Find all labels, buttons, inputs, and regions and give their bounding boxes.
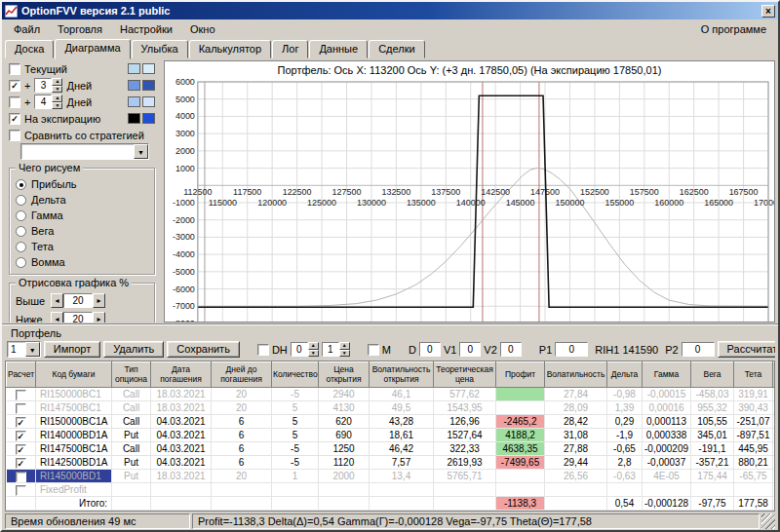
row-close-cell[interactable] (773, 456, 776, 470)
row-calc-checkbox[interactable] (16, 403, 26, 414)
menu-window[interactable]: Окно (181, 21, 224, 37)
column-header[interactable]: Цена открытия (319, 362, 370, 388)
plus4-days-stepper[interactable] (34, 95, 62, 109)
draw-option[interactable]: Гамма (16, 208, 150, 223)
row-close-cell[interactable] (773, 470, 776, 483)
dh-checkbox[interactable] (257, 344, 269, 356)
menu-trading[interactable]: Торговля (49, 21, 111, 37)
tab-data[interactable]: Данные (309, 40, 368, 58)
plus4-checkbox[interactable] (9, 96, 20, 108)
strategy-combo[interactable] (20, 143, 149, 160)
menu-file[interactable]: Файл (5, 21, 49, 37)
column-header[interactable]: X (773, 362, 776, 388)
row-close-cell[interactable] (773, 497, 776, 511)
table-row[interactable]: RI150000BC1Call18.03.202120-5294046,1577… (7, 388, 776, 401)
v1-input[interactable] (459, 342, 481, 357)
spinner-arrows-icon[interactable] (339, 342, 350, 357)
row-select-cell[interactable] (7, 470, 36, 483)
color-swatch[interactable] (128, 63, 140, 74)
decrease-button[interactable] (51, 293, 63, 308)
chevron-down-icon[interactable] (134, 144, 148, 159)
row-select-cell[interactable] (7, 388, 36, 401)
row-close-cell[interactable] (773, 415, 776, 429)
range-below-stepper[interactable] (51, 312, 105, 323)
delete-button[interactable]: Удалить (103, 341, 164, 358)
range-above-stepper[interactable] (51, 293, 105, 308)
menu-settings[interactable]: Настройки (111, 21, 181, 37)
tab-log[interactable]: Лог (272, 40, 308, 58)
close-button[interactable] (761, 5, 775, 18)
column-header[interactable]: Дельта (607, 362, 643, 388)
plus3-days-stepper[interactable] (34, 78, 62, 93)
column-header[interactable]: Расчет (7, 362, 36, 388)
color-swatch[interactable] (128, 96, 140, 107)
tab-calculator[interactable]: Калькулятор (189, 40, 271, 58)
current-checkbox[interactable] (9, 63, 20, 75)
column-header[interactable]: Код бумаги (36, 362, 112, 388)
portfolio-number-combo[interactable]: 1 (7, 341, 41, 358)
portfolio-chart[interactable]: -8000-7000-6000-5000-4000-3000-2000-1000… (165, 78, 774, 323)
table-row[interactable]: RI147500BC1ACall04.03.20216-5125046,4232… (7, 442, 776, 456)
row-close-cell[interactable] (773, 442, 776, 456)
expiration-checkbox[interactable] (9, 113, 20, 125)
tab-diagram[interactable]: Диаграмма (55, 39, 130, 59)
radio-icon[interactable] (16, 210, 26, 221)
color-swatch[interactable] (142, 63, 155, 74)
row-close-cell[interactable] (773, 483, 776, 497)
row-close-cell[interactable] (773, 401, 776, 415)
radio-icon[interactable] (16, 242, 26, 252)
row-select-cell[interactable] (7, 415, 36, 429)
draw-option[interactable]: Вомма (16, 254, 150, 270)
p2-input[interactable] (682, 342, 715, 357)
row-select-cell[interactable] (7, 497, 36, 511)
radio-icon[interactable] (16, 195, 26, 206)
color-swatch[interactable] (128, 113, 140, 124)
color-swatch[interactable] (142, 113, 155, 124)
row-close-cell[interactable] (773, 429, 776, 442)
resize-grip[interactable] (761, 513, 775, 529)
spinner-arrows-icon[interactable] (308, 342, 319, 357)
color-swatch[interactable] (142, 80, 155, 91)
table-row[interactable]: RI147500BC1Call18.03.2021205413049,51543… (7, 401, 776, 415)
draw-option[interactable]: Дельта (16, 192, 150, 208)
increase-button[interactable] (93, 293, 105, 308)
table-row[interactable]: RI150000BC1ACall04.03.20216562043,28126,… (7, 415, 776, 429)
calculate-button[interactable]: Рассчитать (718, 341, 775, 358)
plus3-days-input[interactable] (34, 78, 52, 93)
column-header[interactable]: Тип опциона (112, 362, 151, 388)
d-input[interactable] (419, 342, 441, 357)
row-select-cell[interactable] (7, 456, 36, 470)
title-bar[interactable]: OptionFVV версия 2.1 public (2, 2, 778, 19)
column-header[interactable]: Дней до погашения (212, 362, 272, 388)
dh-stepper-1[interactable] (291, 342, 319, 357)
row-close-cell[interactable] (773, 388, 776, 401)
dh-spin1-input[interactable] (291, 342, 308, 357)
menu-about[interactable]: О программе (692, 21, 775, 37)
plus3-checkbox[interactable] (9, 80, 20, 92)
column-header[interactable]: Количество (272, 362, 319, 388)
color-swatch[interactable] (142, 96, 155, 107)
spinner-arrows-icon[interactable] (52, 78, 62, 93)
row-calc-checkbox[interactable] (16, 458, 26, 469)
draw-option[interactable]: Прибыль (16, 176, 150, 192)
chevron-down-icon[interactable] (25, 342, 40, 357)
compare-strategy-checkbox[interactable] (9, 130, 20, 141)
column-header[interactable]: Тета (734, 362, 773, 388)
row-calc-checkbox[interactable] (16, 444, 26, 455)
save-button[interactable]: Сохранить (167, 341, 240, 358)
tab-board[interactable]: Доска (5, 40, 54, 58)
row-calc-checkbox[interactable] (16, 390, 26, 400)
color-swatch[interactable] (128, 80, 140, 91)
draw-option[interactable]: Тета (16, 239, 150, 254)
column-header[interactable]: Вега (691, 362, 734, 388)
draw-option[interactable]: Вега (16, 223, 150, 239)
p1-input[interactable] (555, 342, 588, 357)
row-calc-checkbox[interactable] (16, 431, 26, 441)
v2-input[interactable] (500, 342, 522, 357)
column-header[interactable]: Профит (496, 362, 545, 388)
row-select-cell[interactable] (7, 429, 36, 442)
import-button[interactable]: Импорт (44, 341, 100, 358)
row-calc-checkbox[interactable] (16, 485, 26, 496)
increase-button[interactable] (93, 312, 105, 323)
totals-row[interactable]: Итого:-1138,30,54-0,000128-97,75177,58 (7, 497, 776, 511)
